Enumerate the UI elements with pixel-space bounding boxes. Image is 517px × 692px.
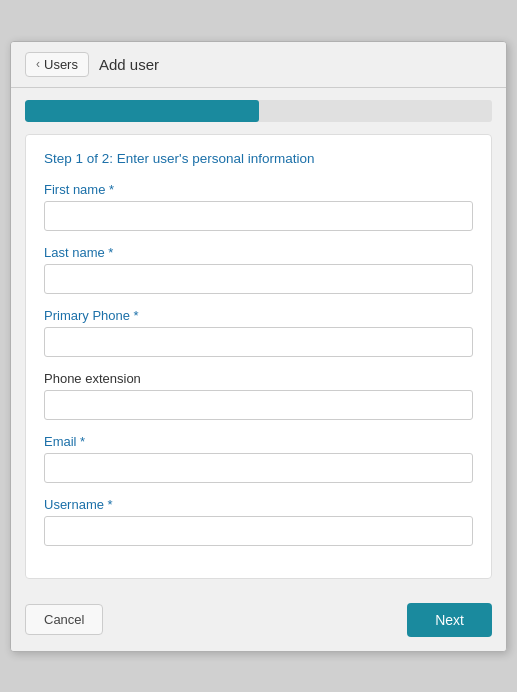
email-input[interactable] [44, 453, 473, 483]
phone-extension-input[interactable] [44, 390, 473, 420]
next-button[interactable]: Next [407, 603, 492, 637]
phone-extension-group: Phone extension [44, 371, 473, 420]
progress-bar-container [11, 88, 506, 134]
primary-phone-group: Primary Phone * [44, 308, 473, 357]
first-name-input[interactable] [44, 201, 473, 231]
last-name-group: Last name * [44, 245, 473, 294]
last-name-label: Last name * [44, 245, 473, 260]
first-name-group: First name * [44, 182, 473, 231]
email-group: Email * [44, 434, 473, 483]
header: ‹ Users Add user [11, 42, 506, 88]
cancel-button[interactable]: Cancel [25, 604, 103, 635]
add-user-window: ‹ Users Add user Step 1 of 2: Enter user… [10, 41, 507, 652]
last-name-input[interactable] [44, 264, 473, 294]
username-input[interactable] [44, 516, 473, 546]
username-label: Username * [44, 497, 473, 512]
phone-extension-label: Phone extension [44, 371, 473, 386]
progress-bar-track [25, 100, 492, 122]
first-name-label: First name * [44, 182, 473, 197]
chevron-left-icon: ‹ [36, 57, 40, 71]
step-title: Step 1 of 2: Enter user's personal infor… [44, 151, 473, 166]
page-title: Add user [99, 56, 159, 73]
username-group: Username * [44, 497, 473, 546]
footer: Cancel Next [11, 593, 506, 651]
email-label: Email * [44, 434, 473, 449]
back-button[interactable]: ‹ Users [25, 52, 89, 77]
primary-phone-label: Primary Phone * [44, 308, 473, 323]
form-card: Step 1 of 2: Enter user's personal infor… [25, 134, 492, 579]
progress-bar-fill [25, 100, 259, 122]
back-button-label: Users [44, 57, 78, 72]
primary-phone-input[interactable] [44, 327, 473, 357]
